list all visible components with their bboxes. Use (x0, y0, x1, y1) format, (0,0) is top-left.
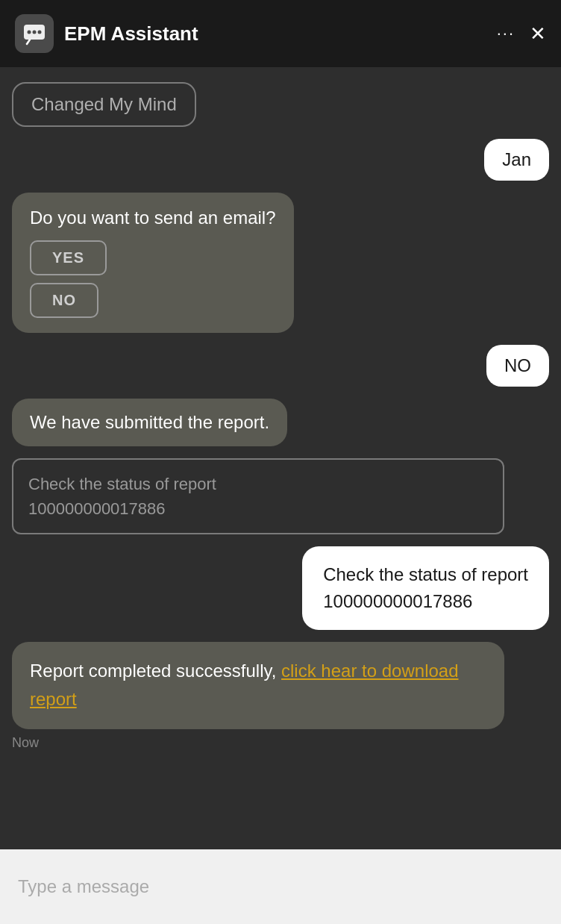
no-button[interactable]: NO (30, 283, 98, 318)
svg-point-1 (28, 31, 31, 34)
yes-button[interactable]: YES (30, 240, 107, 275)
report-completed-bubble: Report completed successfully, click hea… (12, 642, 504, 729)
changed-mind-text: Changed My Mind (31, 94, 177, 114)
chat-area: Changed My Mind Jan Do you want to send … (0, 67, 561, 849)
more-options-button[interactable]: ··· (497, 24, 515, 43)
submitted-text: We have submitted the report. (30, 412, 269, 432)
check-status-placeholder-text: Check the status of report10000000001788… (28, 475, 216, 518)
message-input-area[interactable]: Type a message (0, 849, 561, 924)
report-prefix-text: Report completed successfully, (30, 661, 281, 681)
jan-bubble: Jan (484, 139, 549, 181)
close-button[interactable]: ✕ (530, 22, 546, 46)
check-status-white-text: Check the status of report10000000001788… (323, 564, 528, 611)
no-response-text: NO (504, 355, 531, 375)
no-response-bubble: NO (486, 345, 549, 387)
submitted-bubble: We have submitted the report. (12, 399, 287, 446)
changed-mind-bubble: Changed My Mind (12, 82, 196, 127)
svg-point-3 (38, 31, 42, 34)
svg-point-2 (33, 31, 37, 34)
check-status-input[interactable]: Check the status of report10000000001788… (12, 458, 504, 534)
chat-app-icon (15, 14, 54, 53)
chat-header: EPM Assistant ··· ✕ (0, 0, 561, 67)
message-timestamp: Now (12, 735, 39, 751)
email-question-text: Do you want to send an email? (30, 207, 276, 228)
check-status-white-bubble: Check the status of report10000000001788… (302, 546, 549, 630)
email-question-bubble: Do you want to send an email? YES NO (12, 193, 294, 333)
message-input-placeholder[interactable]: Type a message (18, 876, 149, 897)
app-title: EPM Assistant (64, 22, 497, 46)
jan-text: Jan (502, 149, 531, 169)
header-actions: ··· ✕ (497, 22, 546, 46)
